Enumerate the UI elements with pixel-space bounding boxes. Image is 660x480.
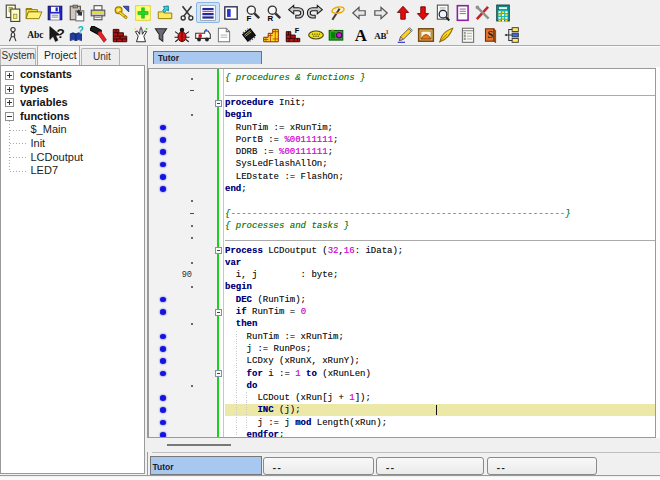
svg-text:Abc: Abc [27,29,43,40]
svg-text:A: A [355,26,368,44]
svg-text:1: 1 [386,27,390,34]
svg-text:R: R [267,14,273,22]
svg-text:S: S [487,29,493,40]
svg-text:?: ? [78,26,84,36]
svg-text:?: ? [57,26,65,41]
svg-text:F: F [246,14,251,22]
svg-text:F: F [295,26,300,35]
